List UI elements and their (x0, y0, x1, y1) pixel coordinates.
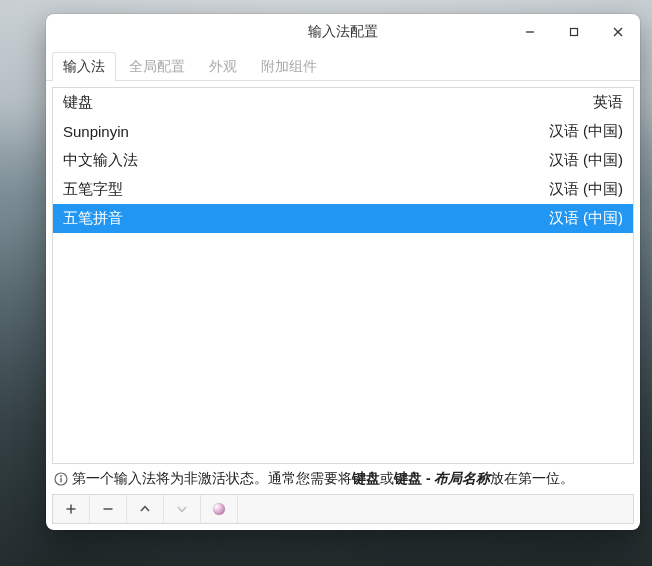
titlebar[interactable]: 输入法配置 (46, 14, 640, 50)
tab-bar: 输入法 全局配置 外观 附加组件 (46, 50, 640, 81)
minus-icon (102, 503, 114, 515)
input-method-list[interactable]: 键盘 英语 Sunpinyin 汉语 (中国) 中文输入法 汉语 (中国) 五笔… (52, 87, 634, 464)
tab-global-config[interactable]: 全局配置 (118, 52, 196, 81)
im-lang: 汉语 (中国) (549, 209, 623, 228)
ime-config-window: 输入法配置 输入法 全局配置 外观 附加组件 (46, 14, 640, 530)
minimize-button[interactable] (508, 14, 552, 50)
tab-input-method[interactable]: 输入法 (52, 52, 116, 81)
im-name: 中文输入法 (63, 151, 138, 170)
tab-content: 键盘 英语 Sunpinyin 汉语 (中国) 中文输入法 汉语 (中国) 五笔… (46, 81, 640, 530)
im-name: Sunpinyin (63, 123, 129, 140)
remove-button[interactable] (90, 495, 127, 523)
move-up-button[interactable] (127, 495, 164, 523)
im-lang: 汉语 (中国) (549, 122, 623, 141)
svg-point-5 (60, 475, 62, 477)
im-name: 五笔拼音 (63, 209, 123, 228)
hint-text: 第一个输入法将为非激活状态。通常您需要将键盘或键盘 - 布局名称放在第一位。 (52, 468, 634, 490)
close-icon (612, 26, 624, 38)
list-item[interactable]: Sunpinyin 汉语 (中国) (53, 117, 633, 146)
list-item[interactable]: 键盘 英语 (53, 88, 633, 117)
info-icon (54, 472, 68, 486)
list-item[interactable]: 五笔字型 汉语 (中国) (53, 175, 633, 204)
gear-icon (213, 503, 225, 515)
minimize-icon (524, 26, 536, 38)
list-item-selected[interactable]: 五笔拼音 汉语 (中国) (53, 204, 633, 233)
maximize-icon (568, 26, 580, 38)
im-name: 五笔字型 (63, 180, 123, 199)
svg-rect-6 (60, 478, 61, 483)
tab-addons[interactable]: 附加组件 (250, 52, 328, 81)
window-controls (508, 14, 640, 50)
keyboard-layout-button[interactable] (238, 495, 274, 523)
im-name: 键盘 (63, 93, 93, 112)
list-toolbar (52, 494, 634, 524)
svg-rect-1 (571, 29, 578, 36)
im-lang: 汉语 (中国) (549, 180, 623, 199)
chevron-up-icon (139, 503, 151, 515)
close-button[interactable] (596, 14, 640, 50)
maximize-button[interactable] (552, 14, 596, 50)
chevron-down-icon (176, 503, 188, 515)
im-lang: 汉语 (中国) (549, 151, 623, 170)
plus-icon (65, 503, 77, 515)
move-down-button[interactable] (164, 495, 201, 523)
configure-button[interactable] (201, 495, 238, 523)
list-item[interactable]: 中文输入法 汉语 (中国) (53, 146, 633, 175)
im-lang: 英语 (593, 93, 623, 112)
tab-appearance[interactable]: 外观 (198, 52, 248, 81)
add-button[interactable] (53, 495, 90, 523)
hint-body: 第一个输入法将为非激活状态。通常您需要将键盘或键盘 - 布局名称放在第一位。 (72, 469, 574, 489)
